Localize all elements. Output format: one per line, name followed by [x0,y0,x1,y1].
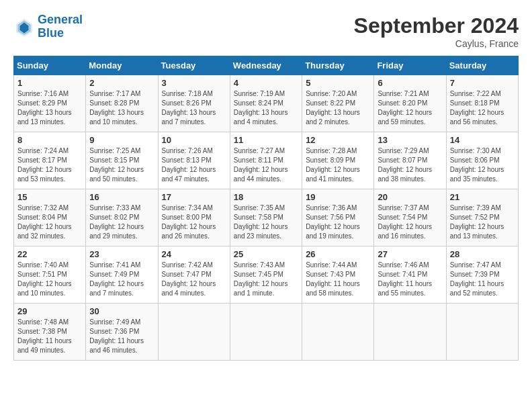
day-number: 27 [378,249,442,259]
location: Caylus, France [354,38,519,49]
day-detail: Sunrise: 7:41 AMSunset: 7:49 PMDaylight:… [89,261,144,297]
day-cell-7: 7 Sunrise: 7:22 AMSunset: 8:18 PMDayligh… [446,75,518,132]
day-cell-28: 28 Sunrise: 7:47 AMSunset: 7:39 PMDaylig… [446,246,518,304]
day-detail: Sunrise: 7:32 AMSunset: 8:04 PMDaylight:… [17,204,72,240]
day-cell-25: 25 Sunrise: 7:43 AMSunset: 7:45 PMDaylig… [230,246,302,304]
day-cell-23: 23 Sunrise: 7:41 AMSunset: 7:49 PMDaylig… [86,246,158,304]
day-number: 16 [89,192,154,202]
calendar-row: 29 Sunrise: 7:48 AMSunset: 7:38 PMDaylig… [14,304,519,361]
day-detail: Sunrise: 7:34 AMSunset: 8:00 PMDaylight:… [162,204,216,240]
day-number: 26 [306,249,370,259]
day-cell-4: 4 Sunrise: 7:19 AMSunset: 8:24 PMDayligh… [230,75,302,132]
day-detail: Sunrise: 7:43 AMSunset: 7:45 PMDaylight:… [234,261,288,297]
day-detail: Sunrise: 7:24 AMSunset: 8:17 PMDaylight:… [17,147,72,183]
day-cell-15: 15 Sunrise: 7:32 AMSunset: 8:04 PMDaylig… [14,189,86,246]
day-number: 11 [234,135,298,145]
weekday-header-thursday: Thursday [302,56,374,75]
day-detail: Sunrise: 7:48 AMSunset: 7:38 PMDaylight:… [17,318,72,354]
logo-line2: Blue [38,26,64,40]
day-number: 9 [89,135,154,145]
weekday-header-monday: Monday [86,56,158,75]
weekday-header-tuesday: Tuesday [158,56,230,75]
title-block: September 2024 Caylus, France [354,13,519,49]
day-number: 1 [17,78,82,88]
day-cell-5: 5 Sunrise: 7:20 AMSunset: 8:22 PMDayligh… [302,75,374,132]
day-number: 30 [89,306,154,316]
day-detail: Sunrise: 7:17 AMSunset: 8:28 PMDaylight:… [89,90,144,126]
day-detail: Sunrise: 7:25 AMSunset: 8:15 PMDaylight:… [89,147,144,183]
day-number: 17 [162,192,226,202]
day-number: 29 [17,306,82,316]
day-detail: Sunrise: 7:29 AMSunset: 8:07 PMDaylight:… [378,147,432,183]
day-cell-19: 19 Sunrise: 7:36 AMSunset: 7:56 PMDaylig… [302,189,374,246]
calendar-table: SundayMondayTuesdayWednesdayThursdayFrid… [13,56,519,361]
day-detail: Sunrise: 7:27 AMSunset: 8:11 PMDaylight:… [234,147,288,183]
day-number: 13 [378,135,442,145]
empty-cell [446,304,518,361]
day-cell-18: 18 Sunrise: 7:35 AMSunset: 7:58 PMDaylig… [230,189,302,246]
weekday-header-saturday: Saturday [446,56,518,75]
day-detail: Sunrise: 7:46 AMSunset: 7:41 PMDaylight:… [378,261,432,297]
weekday-header-sunday: Sunday [14,56,86,75]
day-detail: Sunrise: 7:28 AMSunset: 8:09 PMDaylight:… [306,147,360,183]
day-number: 4 [234,78,298,88]
day-number: 23 [89,249,154,259]
day-number: 2 [89,78,154,88]
day-number: 12 [306,135,370,145]
day-detail: Sunrise: 7:16 AMSunset: 8:29 PMDaylight:… [17,90,72,126]
day-detail: Sunrise: 7:40 AMSunset: 7:51 PMDaylight:… [17,261,72,297]
day-number: 25 [234,249,298,259]
day-cell-6: 6 Sunrise: 7:21 AMSunset: 8:20 PMDayligh… [374,75,446,132]
day-detail: Sunrise: 7:49 AMSunset: 7:36 PMDaylight:… [89,318,144,354]
day-number: 20 [378,192,442,202]
day-cell-11: 11 Sunrise: 7:27 AMSunset: 8:11 PMDaylig… [230,132,302,189]
logo-icon [13,16,35,38]
day-number: 3 [162,78,226,88]
day-number: 8 [17,135,82,145]
day-cell-22: 22 Sunrise: 7:40 AMSunset: 7:51 PMDaylig… [14,246,86,304]
empty-cell [302,304,374,361]
day-cell-29: 29 Sunrise: 7:48 AMSunset: 7:38 PMDaylig… [14,304,86,361]
day-cell-26: 26 Sunrise: 7:44 AMSunset: 7:43 PMDaylig… [302,246,374,304]
day-detail: Sunrise: 7:21 AMSunset: 8:20 PMDaylight:… [378,90,432,126]
day-number: 22 [17,249,82,259]
day-number: 21 [450,192,515,202]
day-number: 14 [450,135,515,145]
day-cell-12: 12 Sunrise: 7:28 AMSunset: 8:09 PMDaylig… [302,132,374,189]
day-cell-3: 3 Sunrise: 7:18 AMSunset: 8:26 PMDayligh… [158,75,230,132]
day-detail: Sunrise: 7:37 AMSunset: 7:54 PMDaylight:… [378,204,432,240]
day-detail: Sunrise: 7:47 AMSunset: 7:39 PMDaylight:… [450,261,504,297]
calendar-row: 1 Sunrise: 7:16 AMSunset: 8:29 PMDayligh… [14,75,519,132]
day-cell-10: 10 Sunrise: 7:26 AMSunset: 8:13 PMDaylig… [158,132,230,189]
page-header: General Blue September 2024 Caylus, Fran… [13,13,519,49]
day-detail: Sunrise: 7:39 AMSunset: 7:52 PMDaylight:… [450,204,504,240]
empty-cell [158,304,230,361]
day-number: 5 [306,78,370,88]
day-cell-14: 14 Sunrise: 7:30 AMSunset: 8:06 PMDaylig… [446,132,518,189]
day-detail: Sunrise: 7:30 AMSunset: 8:06 PMDaylight:… [450,147,504,183]
day-cell-1: 1 Sunrise: 7:16 AMSunset: 8:29 PMDayligh… [14,75,86,132]
weekday-header-row: SundayMondayTuesdayWednesdayThursdayFrid… [14,56,519,75]
empty-cell [374,304,446,361]
day-detail: Sunrise: 7:19 AMSunset: 8:24 PMDaylight:… [234,90,288,126]
day-cell-16: 16 Sunrise: 7:33 AMSunset: 8:02 PMDaylig… [86,189,158,246]
day-cell-30: 30 Sunrise: 7:49 AMSunset: 7:36 PMDaylig… [86,304,158,361]
day-cell-27: 27 Sunrise: 7:46 AMSunset: 7:41 PMDaylig… [374,246,446,304]
day-detail: Sunrise: 7:20 AMSunset: 8:22 PMDaylight:… [306,90,360,126]
day-number: 28 [450,249,515,259]
empty-cell [230,304,302,361]
day-cell-2: 2 Sunrise: 7:17 AMSunset: 8:28 PMDayligh… [86,75,158,132]
month-year: September 2024 [354,13,519,38]
day-detail: Sunrise: 7:42 AMSunset: 7:47 PMDaylight:… [162,261,216,297]
day-number: 15 [17,192,82,202]
day-cell-9: 9 Sunrise: 7:25 AMSunset: 8:15 PMDayligh… [86,132,158,189]
day-number: 7 [450,78,515,88]
weekday-header-friday: Friday [374,56,446,75]
day-cell-20: 20 Sunrise: 7:37 AMSunset: 7:54 PMDaylig… [374,189,446,246]
day-detail: Sunrise: 7:36 AMSunset: 7:56 PMDaylight:… [306,204,360,240]
calendar-row: 8 Sunrise: 7:24 AMSunset: 8:17 PMDayligh… [14,132,519,189]
weekday-header-wednesday: Wednesday [230,56,302,75]
day-detail: Sunrise: 7:22 AMSunset: 8:18 PMDaylight:… [450,90,504,126]
logo-line1: General [38,13,83,26]
day-number: 10 [162,135,226,145]
